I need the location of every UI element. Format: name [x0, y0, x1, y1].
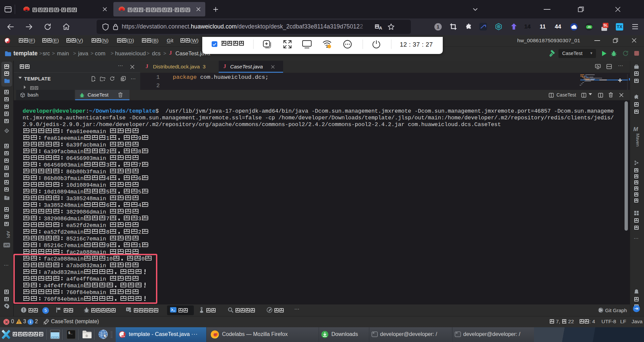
svg-text:JAVA: JAVA	[122, 336, 125, 337]
